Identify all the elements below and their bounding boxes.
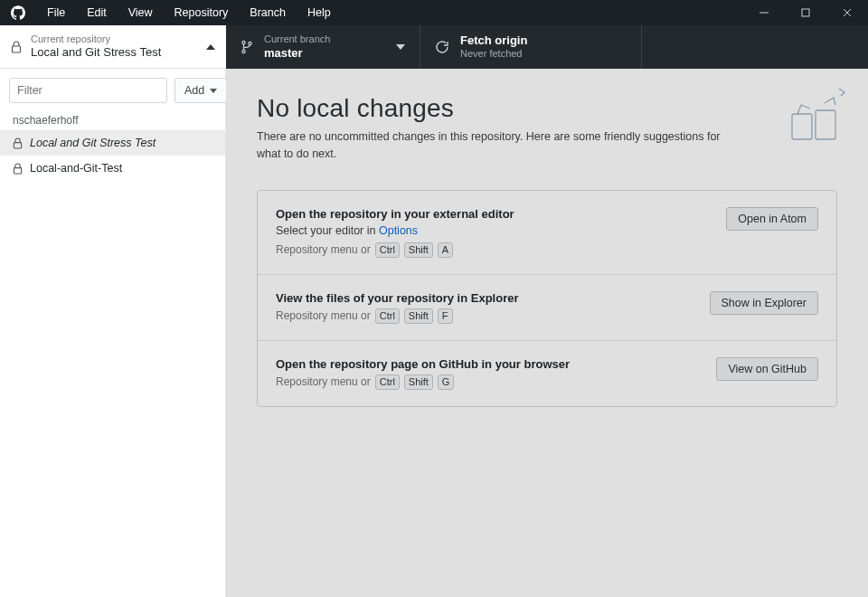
fetch-origin-button[interactable]: Fetch origin Never fetched bbox=[420, 25, 642, 69]
sidebar-repo-item[interactable]: Local-and-Git-Test bbox=[0, 156, 225, 181]
svg-point-2 bbox=[242, 41, 245, 43]
lock-icon bbox=[13, 163, 23, 175]
toolbar: Current repository Local and Git Stress … bbox=[0, 25, 868, 69]
github-logo-icon bbox=[0, 5, 36, 20]
current-repository-label: Current repository bbox=[31, 33, 206, 45]
window-minimize-button[interactable] bbox=[743, 0, 785, 25]
git-branch-icon bbox=[241, 40, 253, 54]
current-repository-selector[interactable]: Current repository Local and Git Stress … bbox=[0, 25, 226, 69]
chevron-up-icon bbox=[206, 44, 215, 50]
lock-icon bbox=[13, 137, 23, 149]
lock-icon bbox=[11, 41, 22, 53]
menu-file[interactable]: File bbox=[36, 0, 76, 25]
add-button-label: Add bbox=[184, 84, 204, 97]
sync-icon bbox=[435, 40, 449, 54]
svg-point-3 bbox=[242, 50, 245, 52]
fetch-origin-label: Fetch origin bbox=[460, 33, 627, 48]
current-branch-label: Current branch bbox=[264, 33, 396, 46]
sidebar-group-label: nschaeferhoff bbox=[0, 112, 225, 130]
repository-filter-input[interactable] bbox=[9, 78, 167, 103]
caret-down-icon bbox=[210, 89, 217, 93]
svg-rect-0 bbox=[802, 9, 809, 16]
svg-rect-6 bbox=[14, 167, 21, 173]
svg-rect-5 bbox=[14, 142, 21, 147]
chevron-down-icon bbox=[396, 44, 405, 50]
current-branch-selector[interactable]: Current branch master bbox=[226, 25, 420, 69]
current-branch-value: master bbox=[264, 46, 396, 61]
sidebar-repo-name: Local-and-Git-Test bbox=[30, 162, 122, 175]
menu-edit[interactable]: Edit bbox=[76, 0, 118, 25]
window-maximize-button[interactable] bbox=[785, 0, 826, 25]
repository-sidebar: Add nschaeferhoff Local and Git Stress T… bbox=[0, 69, 226, 597]
modal-overlay bbox=[226, 69, 868, 597]
svg-point-4 bbox=[249, 42, 251, 44]
sidebar-repo-name: Local and Git Stress Test bbox=[30, 137, 156, 149]
current-repository-value: Local and Git Stress Test bbox=[31, 45, 206, 60]
titlebar: File Edit View Repository Branch Help bbox=[0, 0, 868, 25]
menu-help[interactable]: Help bbox=[297, 0, 342, 25]
menu-repository[interactable]: Repository bbox=[164, 0, 240, 25]
menu-view[interactable]: View bbox=[118, 0, 164, 25]
add-repository-button[interactable]: Add bbox=[175, 78, 227, 103]
window-close-button[interactable] bbox=[826, 0, 868, 25]
sidebar-repo-item[interactable]: Local and Git Stress Test bbox=[0, 130, 225, 156]
main-content: No local changes There are no uncommitte… bbox=[226, 69, 868, 597]
menu-branch[interactable]: Branch bbox=[239, 0, 297, 25]
svg-rect-1 bbox=[13, 46, 21, 52]
fetch-origin-status: Never fetched bbox=[460, 48, 627, 61]
